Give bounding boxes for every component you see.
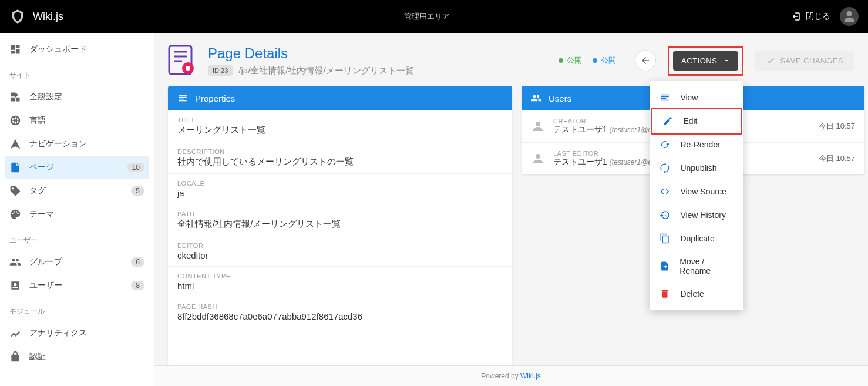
brand-text: Wiki.js bbox=[33, 11, 63, 23]
action-label: View Source bbox=[680, 187, 726, 196]
action-rerender[interactable]: Re-Render bbox=[650, 133, 743, 156]
person-icon bbox=[531, 119, 545, 133]
admin-area-label: 管理用エリア bbox=[63, 11, 790, 22]
sidebar-item-general[interactable]: 全般設定 bbox=[0, 85, 154, 109]
actions-dropdown: View Edit Re-Render Unpublish bbox=[650, 81, 743, 310]
user-avatar[interactable] bbox=[840, 7, 859, 26]
prop-value-editor: ckeditor bbox=[177, 250, 503, 260]
back-button[interactable] bbox=[635, 50, 656, 71]
pages-count-badge: 10 bbox=[127, 163, 144, 172]
properties-card: Properties TITLEメーリングリスト一覧 DESCRIPTION社内… bbox=[168, 86, 512, 365]
subject-icon bbox=[177, 93, 188, 103]
sidebar-item-tags[interactable]: タグ 5 bbox=[0, 179, 154, 203]
sidebar-item-analytics[interactable]: アナリティクス bbox=[0, 321, 154, 345]
action-history[interactable]: View History bbox=[650, 203, 743, 227]
content-area: Properties TITLEメーリングリスト一覧 DESCRIPTION社内… bbox=[154, 86, 868, 365]
sidebar-label: ユーザー bbox=[29, 280, 62, 291]
close-label: 閉じる bbox=[806, 11, 830, 22]
actions-label: ACTIONS bbox=[681, 56, 717, 65]
sidebar: ダッシュボード サイト 全般設定 言語 ナビゲーション ページ 10 タグ 5 … bbox=[0, 33, 154, 386]
action-duplicate[interactable]: Duplicate bbox=[650, 227, 743, 250]
groups-count-badge: 6 bbox=[131, 257, 144, 267]
action-delete[interactable]: Delete bbox=[650, 282, 743, 306]
sidebar-label: タグ bbox=[29, 186, 46, 196]
sidebar-label: 全般設定 bbox=[29, 92, 62, 102]
exit-icon bbox=[790, 11, 801, 22]
users-count-badge: 8 bbox=[131, 281, 144, 290]
action-label: Edit bbox=[683, 116, 697, 126]
prop-value-content-type: html bbox=[177, 281, 503, 291]
save-changes-button[interactable]: SAVE CHANGES bbox=[755, 51, 854, 71]
check-icon bbox=[766, 56, 775, 65]
prop-value-hash: 8ff2bddf36868c7a0e6a077abba912f8617acd36 bbox=[177, 311, 503, 321]
action-label: Move / Rename bbox=[679, 257, 734, 276]
prop-label: TITLE bbox=[177, 116, 503, 123]
globe-icon bbox=[9, 115, 29, 126]
tags-count-badge: 5 bbox=[131, 186, 144, 196]
status-published: 公開 bbox=[567, 55, 582, 66]
action-edit[interactable]: Edit bbox=[652, 109, 741, 133]
action-label: Re-Render bbox=[680, 140, 720, 149]
id-chip: ID 23 bbox=[208, 65, 233, 76]
sidebar-label: 認証 bbox=[29, 351, 46, 362]
action-label: Unpublish bbox=[680, 163, 716, 173]
sidebar-item-dashboard[interactable]: ダッシュボード bbox=[0, 38, 154, 61]
topbar: Wiki.js 管理用エリア 閉じる bbox=[0, 0, 868, 33]
header-info: Page Details ID 23 /ja/全社情報/社内情報/メーリングリス… bbox=[208, 45, 547, 76]
sidebar-group-user: ユーザー bbox=[0, 226, 154, 250]
earth-off-icon bbox=[659, 163, 671, 173]
lock-icon bbox=[9, 351, 29, 362]
brand[interactable]: Wiki.js bbox=[9, 8, 63, 25]
sidebar-item-pages[interactable]: ページ 10 bbox=[5, 156, 149, 179]
code-icon bbox=[659, 186, 671, 197]
page-title: Page Details bbox=[208, 45, 547, 62]
action-label: View History bbox=[680, 210, 726, 220]
action-label: Duplicate bbox=[680, 234, 714, 243]
sidebar-label: ダッシュボード bbox=[29, 44, 87, 55]
sidebar-item-groups[interactable]: グループ 6 bbox=[0, 250, 154, 274]
tag-icon bbox=[9, 185, 29, 197]
actions-highlight: ACTIONS bbox=[668, 46, 743, 76]
person-icon bbox=[9, 280, 29, 291]
action-view[interactable]: View bbox=[650, 86, 743, 109]
editor-name: テストユーザ1 bbox=[553, 157, 607, 167]
footer-text: Powered by bbox=[481, 372, 520, 380]
sidebar-group-site: サイト bbox=[0, 61, 154, 85]
navigation-icon bbox=[9, 138, 29, 150]
status-group: 公開 公開 bbox=[559, 55, 616, 66]
action-viewsource[interactable]: View Source bbox=[650, 180, 743, 203]
file-icon bbox=[9, 162, 29, 173]
widgets-icon bbox=[9, 91, 29, 103]
trash-icon bbox=[659, 288, 671, 299]
brand-logo-icon bbox=[9, 8, 26, 25]
close-button[interactable]: 閉じる bbox=[790, 11, 830, 22]
card-title: Users bbox=[549, 93, 571, 103]
action-move[interactable]: Move / Rename bbox=[650, 250, 743, 282]
sidebar-item-users[interactable]: ユーザー 8 bbox=[0, 274, 154, 297]
main-content: Page Details ID 23 /ja/全社情報/社内情報/メーリングリス… bbox=[154, 33, 868, 386]
sidebar-label: ナビゲーション bbox=[29, 139, 87, 149]
dashboard-icon bbox=[9, 43, 29, 55]
footer-link[interactable]: Wiki.js bbox=[520, 372, 541, 380]
prop-value-description: 社内で使用しているメーリングリストの一覧 bbox=[177, 156, 503, 167]
action-unpublish[interactable]: Unpublish bbox=[650, 156, 743, 180]
page-header: Page Details ID 23 /ja/全社情報/社内情報/メーリングリス… bbox=[154, 33, 868, 86]
sidebar-item-theme[interactable]: テーマ bbox=[0, 203, 154, 226]
sidebar-item-navigation[interactable]: ナビゲーション bbox=[0, 132, 154, 156]
sidebar-item-language[interactable]: 言語 bbox=[0, 109, 154, 132]
topbar-right: 閉じる bbox=[790, 7, 859, 26]
palette-icon bbox=[9, 209, 29, 220]
action-label: View bbox=[680, 93, 698, 102]
actions-button[interactable]: ACTIONS bbox=[673, 51, 738, 71]
chevron-down-icon bbox=[723, 57, 730, 64]
sidebar-label: ページ bbox=[29, 162, 54, 173]
creator-name: テストユーザ1 bbox=[553, 125, 607, 135]
people-icon bbox=[531, 93, 541, 103]
prop-value-path: 全社情報/社内情報/メーリングリスト一覧 bbox=[177, 219, 503, 230]
edit-highlight: Edit bbox=[651, 108, 742, 135]
chart-icon bbox=[9, 327, 29, 339]
editor-time: 今日 10:57 bbox=[819, 153, 855, 164]
page-path: /ja/全社情報/社内情報/メーリングリスト一覧 bbox=[238, 65, 413, 76]
status-dot-green bbox=[559, 58, 563, 63]
sidebar-item-authentication[interactable]: 認証 bbox=[0, 345, 154, 368]
